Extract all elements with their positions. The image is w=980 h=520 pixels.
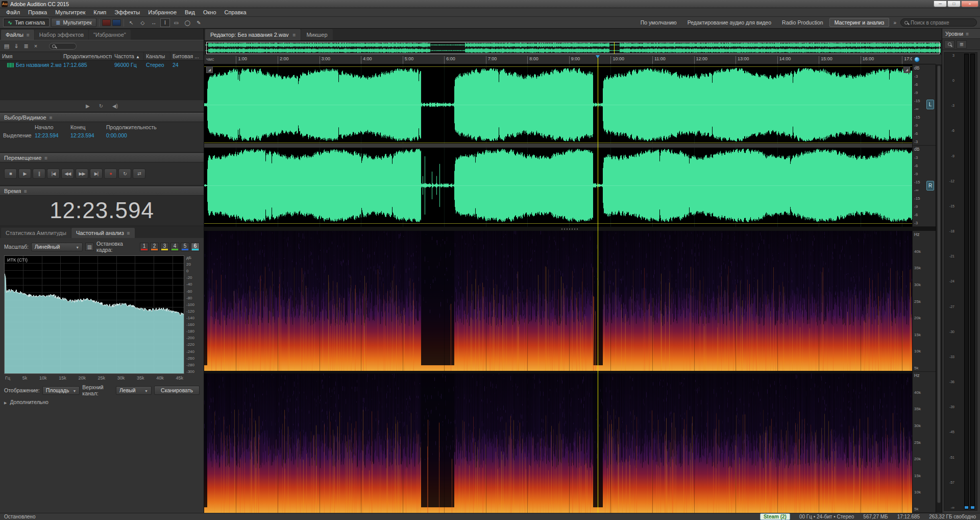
scale-dropdown[interactable]: Линейный	[31, 243, 83, 251]
menu-item-2[interactable]: Мультитрек	[51, 9, 89, 16]
files-column-header-3[interactable]: Каналы	[144, 52, 170, 60]
help-search-box[interactable]	[900, 18, 977, 27]
workspace-button-1[interactable]: Редактирование аудио для видео	[683, 18, 776, 27]
panel-menu-icon[interactable]	[50, 114, 53, 121]
insert-multitrack-icon[interactable]: ≣	[22, 43, 30, 50]
time-selection-tool[interactable]: I	[160, 18, 170, 27]
go-to-end-button[interactable]: ▶|	[90, 169, 103, 179]
vertical-scrollbar[interactable]	[936, 64, 942, 513]
level-meter[interactable]: 30-3-6-9-12-15-18-21-24-27-30-33-36-39-4…	[944, 52, 977, 511]
lasso-selection-tool[interactable]: ◯	[183, 18, 192, 27]
freeze-frame-button-4[interactable]: 4	[170, 243, 179, 251]
file-list-empty-area[interactable]	[0, 69, 204, 100]
multitrack-view-button[interactable]: ≣Мультитрек	[51, 18, 96, 27]
files-column-header-1[interactable]: Продолжительность	[61, 52, 112, 60]
waveform-display-icon[interactable]	[102, 19, 111, 26]
workspace-button-0[interactable]: По умолчанию	[636, 18, 681, 27]
waveform-view-button[interactable]: ∿Тип сигнала	[3, 18, 50, 27]
freeze-frame-button-6[interactable]: 6	[191, 243, 200, 251]
analysis-tab-1[interactable]: Частотный анализ	[71, 228, 135, 238]
files-search-box[interactable]	[49, 43, 77, 50]
preview-loop-icon[interactable]: ↻	[99, 103, 103, 109]
overview-strip[interactable]	[204, 41, 942, 55]
channel-button-R[interactable]: R	[926, 181, 934, 191]
paintbrush-selection-tool[interactable]: ✎	[194, 18, 204, 27]
workspace-overflow-chevron[interactable]: »	[892, 20, 897, 26]
go-to-start-button[interactable]: |◀	[47, 169, 60, 179]
slip-tool[interactable]: ↔	[149, 18, 159, 27]
rewind-button[interactable]: ◀◀	[61, 169, 74, 179]
waveform-display[interactable]	[204, 64, 912, 227]
files-column-header-0[interactable]: Имя	[0, 52, 61, 60]
panel-menu-icon[interactable]	[44, 155, 47, 161]
selection-column-1: Конец	[70, 124, 104, 130]
freeze-frame-button-2[interactable]: 2	[150, 243, 159, 251]
display-dropdown[interactable]: Площадь	[42, 386, 80, 395]
channel-button-L[interactable]: L	[926, 100, 934, 109]
delete-file-icon[interactable]: ×	[32, 43, 40, 49]
record-button[interactable]: ●	[104, 169, 117, 179]
workspace-button-2[interactable]: Radio Production	[777, 18, 828, 27]
editor-tab-0[interactable]: Редактор: Без названия 2.wav	[205, 29, 301, 40]
stop-button[interactable]: ■	[4, 169, 17, 179]
meter-options-icon[interactable]	[957, 40, 967, 49]
workspace-button-3[interactable]: Мастеринг и анализ	[829, 18, 890, 27]
new-file-icon[interactable]: ▤	[3, 43, 11, 50]
preview-play-icon[interactable]: ▶	[86, 103, 90, 109]
maximize-button[interactable]: □	[947, 1, 961, 7]
files-column-header-4[interactable]: Битовая ...	[170, 52, 204, 60]
files-column-header-2[interactable]: Частота▲	[112, 52, 144, 60]
timeline-ruler[interactable]: чмс 1:002:003:004:005:006:007:008:009:00…	[204, 55, 912, 64]
panel-menu-icon[interactable]	[27, 32, 30, 38]
analysis-tab-0[interactable]: Статистика Амплитуды	[1, 228, 71, 238]
panel-menu-icon[interactable]	[127, 230, 130, 236]
wave-spectral-divider[interactable]	[204, 227, 936, 231]
editor-tab-1[interactable]: Микшер	[301, 29, 332, 40]
menu-item-6[interactable]: Вид	[181, 9, 199, 16]
panel-menu-icon[interactable]	[293, 32, 296, 38]
scan-button[interactable]: Сканировать	[154, 386, 200, 395]
ruler-options-icon[interactable]	[914, 57, 920, 62]
freeze-frame-button-5[interactable]: 5	[181, 243, 189, 251]
wave-corner-icon-right[interactable]	[903, 66, 910, 73]
play-button[interactable]: ▶	[18, 169, 31, 179]
freeze-frame-button-1[interactable]: 1	[140, 243, 149, 251]
files-tab-2[interactable]: "Избранное"	[89, 30, 131, 40]
menu-item-7[interactable]: Окно	[199, 9, 220, 16]
freeze-frame-button-3[interactable]: 3	[160, 243, 169, 251]
move-tool[interactable]: ↖	[127, 18, 136, 27]
import-file-icon[interactable]: ⇓	[12, 43, 20, 50]
menu-item-3[interactable]: Клип	[89, 9, 110, 16]
close-button[interactable]: ×	[961, 1, 978, 7]
file-list-row[interactable]: Без названия 2.wav17:12.68596000 ГцСтере…	[0, 61, 204, 69]
copy-graph-icon[interactable]	[85, 243, 94, 251]
pause-button[interactable]: ∥	[33, 169, 45, 179]
menu-item-8[interactable]: Справка	[220, 9, 251, 16]
top-channel-dropdown[interactable]: Левый	[116, 386, 152, 395]
hz-tick: 10k	[39, 375, 47, 381]
zoom-icon[interactable]	[944, 40, 954, 49]
menu-item-4[interactable]: Эффекты	[110, 9, 144, 16]
skip-selection-button[interactable]: ⇄	[133, 169, 145, 179]
scrollbar-thumb[interactable]	[937, 65, 941, 503]
toolbar: ∿Тип сигнала≣Мультитрек ↖◇↔I▭◯✎ По умолч…	[0, 17, 980, 29]
advanced-expander[interactable]: Дополнительно	[4, 399, 200, 405]
frequency-graph[interactable]: ИТК (СТI)	[4, 255, 184, 374]
marquee-selection-tool[interactable]: ▭	[172, 18, 181, 27]
loop-playback-button[interactable]: ↻	[118, 169, 131, 179]
minimize-button[interactable]: ─	[934, 1, 947, 7]
wave-corner-icon-left[interactable]	[206, 66, 213, 73]
razor-tool[interactable]: ◇	[138, 18, 148, 27]
preview-volume-icon[interactable]: ◀)	[112, 103, 118, 109]
menu-item-1[interactable]: Правка	[24, 9, 51, 16]
spectral-display[interactable]	[204, 231, 912, 513]
spectral-display-icon[interactable]	[112, 19, 121, 26]
menu-item-5[interactable]: Избранное	[144, 9, 181, 16]
files-tab-0[interactable]: Файлы	[1, 30, 34, 40]
fast-forward-button[interactable]: ▶▶	[76, 169, 88, 179]
menu-item-0[interactable]: Файл	[2, 9, 24, 16]
files-tab-1[interactable]: Набор эффектов	[35, 30, 88, 40]
panel-menu-icon[interactable]	[966, 31, 969, 37]
help-search-input[interactable]	[911, 20, 973, 26]
panel-menu-icon[interactable]	[24, 188, 27, 194]
